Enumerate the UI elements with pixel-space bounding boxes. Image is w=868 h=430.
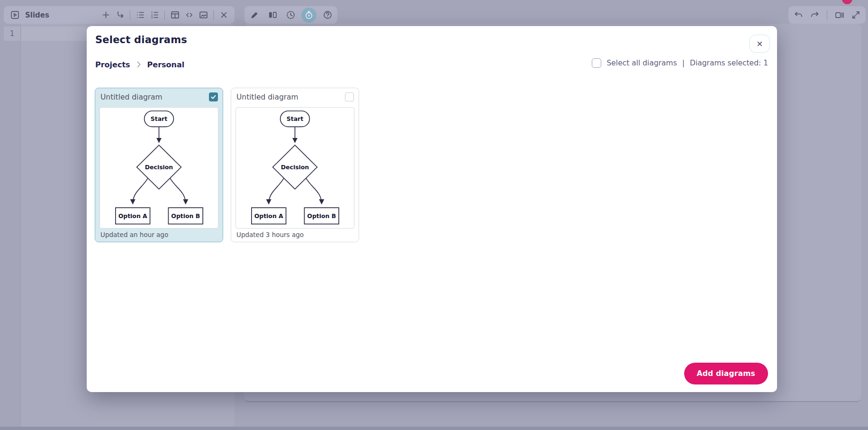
select-all-label: Select all diagrams [606,59,677,67]
numbered-list-icon[interactable]: 123 [147,8,162,22]
diagram-card[interactable]: Untitled diagram [231,88,359,242]
selected-count: Diagrams selected: 1 [690,59,768,67]
diagram-card-title: Untitled diagram [236,93,298,101]
split-view-icon[interactable] [265,8,280,22]
node-decision-label: Decision [281,164,309,171]
node-option-a-label: Option A [254,212,283,220]
modal-close-button[interactable] [750,35,770,53]
undo-icon[interactable] [791,8,805,22]
add-diagrams-button[interactable]: Add diagrams [684,363,768,384]
flowchart-thumbnail: Start Decision Option A Option B [236,108,354,228]
indent-icon[interactable] [113,8,127,22]
breadcrumb-personal[interactable]: Personal [147,60,185,69]
node-decision-label: Decision [145,164,173,171]
chevron-right-icon [134,59,144,70]
notification-badge [842,0,852,4]
slides-panel-label: Slides [25,11,49,19]
breadcrumb-projects[interactable]: Projects [95,60,130,69]
breadcrumb: Projects Personal [95,59,184,70]
updated-timestamp: Updated an hour ago [100,231,168,238]
code-icon[interactable] [182,8,196,22]
diagram-card[interactable]: Untitled diagram [95,88,223,242]
diagram-checkbox[interactable] [209,92,218,101]
timer-icon[interactable] [301,8,316,23]
panel-icon[interactable] [832,8,847,22]
diagram-preview: Start Decision Option A Option B [99,107,218,229]
updated-timestamp: Updated 3 hours ago [236,231,304,238]
redo-icon[interactable] [808,8,822,22]
page-edge [0,427,868,430]
diagram-preview: Start Decision Option A Option B [235,107,354,229]
select-diagrams-modal: Select diagrams Projects Personal Select… [87,26,777,392]
preview-toolbar [244,6,337,24]
modal-title: Select diagrams [95,34,187,46]
help-icon[interactable] [320,8,335,22]
node-start-label: Start [287,115,303,122]
editor-toolbar: Slides 123 [4,6,235,24]
select-all-checkbox[interactable] [592,58,601,68]
clear-icon[interactable] [217,8,231,22]
bullet-list-icon[interactable] [133,8,147,22]
window-controls [788,6,866,24]
image-icon[interactable] [196,8,210,22]
plus-icon[interactable] [99,8,113,22]
separator: | [682,59,685,67]
diagram-checkbox[interactable] [345,92,354,101]
flowchart-thumbnail: Start Decision Option A Option B [100,108,218,228]
check-icon [210,93,217,101]
table-icon[interactable] [168,8,182,22]
node-option-a-label: Option A [118,212,147,220]
line-number: 1 [4,27,20,41]
expand-icon[interactable] [849,8,863,22]
history-icon[interactable] [283,8,298,22]
play-square-icon [8,8,22,22]
selection-controls: Select all diagrams | Diagrams selected:… [592,58,768,68]
diagram-cards: Untitled diagram [95,88,359,242]
brush-icon[interactable] [247,8,262,22]
node-option-b-label: Option B [307,212,336,220]
node-start-label: Start [151,115,167,122]
diagram-card-title: Untitled diagram [100,93,163,101]
svg-text:3: 3 [151,16,153,19]
line-number-gutter: 1 [4,24,21,427]
node-option-b-label: Option B [171,212,200,220]
close-icon [756,40,764,48]
